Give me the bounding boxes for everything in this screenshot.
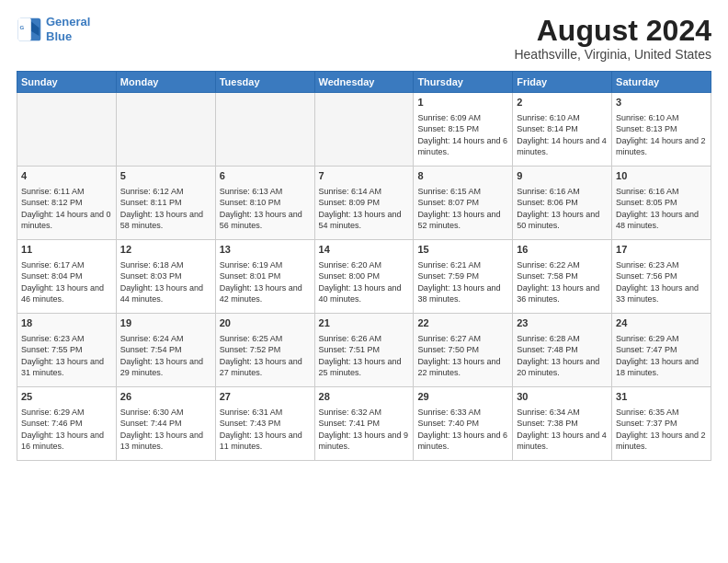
table-row: 8Sunrise: 6:15 AMSunset: 8:07 PMDaylight… (414, 167, 513, 240)
day-number: 3 (616, 96, 707, 109)
title-block: August 2024 Heathsville, Virginia, Unite… (514, 15, 711, 62)
logo: G General Blue (17, 15, 90, 43)
page: G General Blue August 2024 Heathsville, … (0, 0, 728, 563)
table-row: 24Sunrise: 6:29 AMSunset: 7:47 PMDayligh… (612, 314, 711, 387)
day-info: Sunrise: 6:10 AMSunset: 8:14 PMDaylight:… (517, 113, 607, 157)
col-saturday: Saturday (612, 72, 711, 93)
table-row: 21Sunrise: 6:26 AMSunset: 7:51 PMDayligh… (314, 314, 414, 387)
day-number: 19 (120, 316, 211, 330)
table-row: 17Sunrise: 6:23 AMSunset: 7:56 PMDayligh… (612, 240, 711, 314)
day-number: 12 (120, 243, 211, 257)
day-number: 17 (616, 243, 707, 257)
day-info: Sunrise: 6:21 AMSunset: 7:59 PMDaylight:… (417, 260, 500, 304)
day-info: Sunrise: 6:10 AMSunset: 8:13 PMDaylight:… (616, 113, 706, 157)
day-info: Sunrise: 6:17 AMSunset: 8:04 PMDaylight:… (21, 260, 104, 304)
table-row: 9Sunrise: 6:16 AMSunset: 8:06 PMDaylight… (513, 167, 612, 240)
day-info: Sunrise: 6:27 AMSunset: 7:50 PMDaylight:… (417, 334, 500, 378)
table-row: 23Sunrise: 6:28 AMSunset: 7:48 PMDayligh… (513, 314, 612, 387)
table-row: 31Sunrise: 6:35 AMSunset: 7:37 PMDayligh… (612, 387, 711, 461)
day-info: Sunrise: 6:14 AMSunset: 8:09 PMDaylight:… (319, 187, 402, 231)
day-number: 31 (616, 390, 707, 404)
table-row: 19Sunrise: 6:24 AMSunset: 7:54 PMDayligh… (116, 314, 215, 387)
table-row: 6Sunrise: 6:13 AMSunset: 8:10 PMDaylight… (215, 167, 314, 240)
day-number: 1 (417, 96, 508, 109)
table-row: 11Sunrise: 6:17 AMSunset: 8:04 PMDayligh… (17, 240, 117, 314)
day-number: 18 (21, 316, 112, 330)
day-number: 30 (517, 390, 608, 404)
day-number: 24 (616, 316, 707, 330)
table-row: 28Sunrise: 6:32 AMSunset: 7:41 PMDayligh… (314, 387, 414, 461)
day-info: Sunrise: 6:13 AMSunset: 8:10 PMDaylight:… (220, 187, 302, 231)
calendar-week-5: 25Sunrise: 6:29 AMSunset: 7:46 PMDayligh… (17, 387, 711, 461)
day-number: 27 (220, 390, 311, 404)
table-row: 20Sunrise: 6:25 AMSunset: 7:52 PMDayligh… (215, 314, 314, 387)
location: Heathsville, Virginia, United States (514, 47, 711, 62)
logo-icon: G (17, 17, 42, 42)
table-row: 2Sunrise: 6:10 AMSunset: 8:14 PMDaylight… (513, 93, 612, 167)
table-row: 13Sunrise: 6:19 AMSunset: 8:01 PMDayligh… (215, 240, 314, 314)
table-row: 27Sunrise: 6:31 AMSunset: 7:43 PMDayligh… (215, 387, 314, 461)
day-info: Sunrise: 6:23 AMSunset: 7:55 PMDaylight:… (21, 334, 104, 378)
day-number: 15 (417, 243, 508, 257)
day-number: 9 (517, 169, 608, 183)
table-row: 3Sunrise: 6:10 AMSunset: 8:13 PMDaylight… (612, 93, 711, 167)
day-info: Sunrise: 6:09 AMSunset: 8:15 PMDaylight:… (417, 113, 507, 157)
day-info: Sunrise: 6:32 AMSunset: 7:41 PMDaylight:… (319, 408, 409, 452)
table-row: 7Sunrise: 6:14 AMSunset: 8:09 PMDaylight… (314, 167, 414, 240)
day-number: 7 (319, 169, 410, 183)
table-row: 15Sunrise: 6:21 AMSunset: 7:59 PMDayligh… (414, 240, 513, 314)
table-row: 14Sunrise: 6:20 AMSunset: 8:00 PMDayligh… (314, 240, 414, 314)
day-info: Sunrise: 6:29 AMSunset: 7:47 PMDaylight:… (616, 334, 699, 378)
day-number: 8 (417, 169, 508, 183)
day-info: Sunrise: 6:16 AMSunset: 8:06 PMDaylight:… (517, 187, 599, 231)
day-info: Sunrise: 6:30 AMSunset: 7:44 PMDaylight:… (120, 408, 203, 452)
calendar-week-3: 11Sunrise: 6:17 AMSunset: 8:04 PMDayligh… (17, 240, 711, 314)
col-friday: Friday (513, 72, 612, 93)
col-monday: Monday (116, 72, 215, 93)
logo-text: General Blue (46, 15, 90, 43)
table-row: 30Sunrise: 6:34 AMSunset: 7:38 PMDayligh… (513, 387, 612, 461)
day-number: 10 (616, 169, 707, 183)
day-info: Sunrise: 6:12 AMSunset: 8:11 PMDaylight:… (120, 187, 203, 231)
table-row: 26Sunrise: 6:30 AMSunset: 7:44 PMDayligh… (116, 387, 215, 461)
day-number: 2 (517, 96, 608, 109)
day-number: 29 (417, 390, 508, 404)
day-info: Sunrise: 6:22 AMSunset: 7:58 PMDaylight:… (517, 260, 599, 304)
table-row: 29Sunrise: 6:33 AMSunset: 7:40 PMDayligh… (414, 387, 513, 461)
day-info: Sunrise: 6:31 AMSunset: 7:43 PMDaylight:… (220, 408, 302, 452)
day-info: Sunrise: 6:18 AMSunset: 8:03 PMDaylight:… (120, 260, 203, 304)
day-number: 21 (319, 316, 410, 330)
calendar-header-row: Sunday Monday Tuesday Wednesday Thursday… (17, 72, 711, 93)
day-info: Sunrise: 6:11 AMSunset: 8:12 PMDaylight:… (21, 187, 111, 231)
table-row: 1Sunrise: 6:09 AMSunset: 8:15 PMDaylight… (414, 93, 513, 167)
day-number: 25 (21, 390, 112, 404)
table-row: 18Sunrise: 6:23 AMSunset: 7:55 PMDayligh… (17, 314, 117, 387)
day-info: Sunrise: 6:26 AMSunset: 7:51 PMDaylight:… (319, 334, 402, 378)
day-number: 16 (517, 243, 608, 257)
day-number: 6 (220, 169, 311, 183)
table-row: 12Sunrise: 6:18 AMSunset: 8:03 PMDayligh… (116, 240, 215, 314)
day-number: 14 (319, 243, 410, 257)
day-number: 20 (220, 316, 311, 330)
col-wednesday: Wednesday (314, 72, 414, 93)
day-info: Sunrise: 6:15 AMSunset: 8:07 PMDaylight:… (417, 187, 500, 231)
day-info: Sunrise: 6:16 AMSunset: 8:05 PMDaylight:… (616, 187, 699, 231)
col-thursday: Thursday (414, 72, 513, 93)
day-number: 26 (120, 390, 211, 404)
day-number: 22 (417, 316, 508, 330)
day-info: Sunrise: 6:28 AMSunset: 7:48 PMDaylight:… (517, 334, 599, 378)
table-row: 5Sunrise: 6:12 AMSunset: 8:11 PMDaylight… (116, 167, 215, 240)
svg-text:G: G (20, 24, 25, 30)
day-info: Sunrise: 6:25 AMSunset: 7:52 PMDaylight:… (220, 334, 302, 378)
day-number: 11 (21, 243, 112, 257)
table-row: 16Sunrise: 6:22 AMSunset: 7:58 PMDayligh… (513, 240, 612, 314)
table-row: 10Sunrise: 6:16 AMSunset: 8:05 PMDayligh… (612, 167, 711, 240)
day-number: 13 (220, 243, 311, 257)
table-row: 4Sunrise: 6:11 AMSunset: 8:12 PMDaylight… (17, 167, 117, 240)
col-sunday: Sunday (17, 72, 117, 93)
day-number: 23 (517, 316, 608, 330)
table-row (314, 93, 414, 167)
calendar-table: Sunday Monday Tuesday Wednesday Thursday… (17, 71, 711, 461)
day-info: Sunrise: 6:24 AMSunset: 7:54 PMDaylight:… (120, 334, 203, 378)
day-number: 4 (21, 169, 112, 183)
